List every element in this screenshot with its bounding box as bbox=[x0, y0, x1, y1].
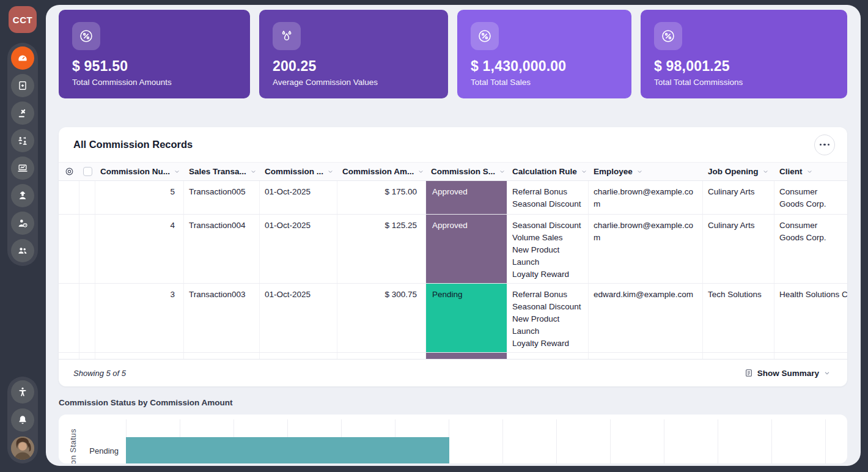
chart-gridline bbox=[664, 419, 664, 463]
table-row[interactable]: 5Transaction00501-Oct-2025$ 175.00Approv… bbox=[59, 181, 847, 215]
column-header[interactable]: Commission S... bbox=[426, 167, 507, 176]
column-header[interactable]: Commission ... bbox=[260, 167, 337, 176]
sidebar-item-presentation[interactable] bbox=[11, 157, 34, 180]
dashboard-icon bbox=[17, 52, 29, 64]
people-icon bbox=[17, 245, 29, 257]
records-card: All Commission Records Commission Nu...S… bbox=[59, 127, 847, 386]
sidebar-nav-top bbox=[7, 43, 38, 266]
chart-card: Commission Status Pending bbox=[59, 415, 847, 463]
cell-calculation-rule bbox=[507, 353, 589, 359]
main-panel: $ 951.50Total Commission Amounts200.25Av… bbox=[46, 5, 861, 466]
droplets-icon bbox=[279, 29, 294, 43]
cell-commission-amount: $ 125.25 bbox=[337, 215, 426, 283]
stat-card-icon-tile bbox=[654, 22, 682, 50]
calculation-rule-item: New Product Launch bbox=[512, 313, 583, 337]
records-header: All Commission Records bbox=[59, 127, 847, 163]
chevron-down-icon bbox=[249, 168, 257, 175]
chart-gridline bbox=[610, 419, 611, 463]
chart-gridline bbox=[718, 419, 718, 463]
cell-sales-transaction bbox=[184, 353, 260, 359]
app-logo[interactable]: CCT bbox=[9, 6, 37, 33]
stat-cards-row: $ 951.50Total Commission Amounts200.25Av… bbox=[59, 10, 847, 98]
sidebar-item-auctions[interactable] bbox=[11, 101, 34, 125]
records-title: All Commission Records bbox=[73, 139, 193, 150]
sidebar-item-person-schedule[interactable] bbox=[11, 212, 34, 235]
cell-job-opening: Tech Solutions bbox=[703, 284, 774, 352]
sidebar-item-agent[interactable] bbox=[11, 184, 34, 207]
chevron-down-icon bbox=[636, 168, 644, 175]
column-header-label: Job Opening bbox=[708, 167, 759, 176]
chevron-down-icon bbox=[580, 168, 588, 175]
cell-calculation-rule: Referral BonusSeasonal Discount bbox=[507, 181, 589, 214]
column-header-label: Employee bbox=[594, 167, 633, 176]
cell-calculation-rule: Referral BonusSeasonal DiscountNew Produ… bbox=[507, 284, 589, 352]
column-header[interactable]: Client bbox=[774, 167, 847, 176]
column-header-label: Commission Nu... bbox=[100, 167, 170, 176]
table-row[interactable] bbox=[59, 353, 847, 359]
cell-client: Consumer Goods Corp. bbox=[774, 215, 847, 283]
column-header[interactable]: Sales Transa... bbox=[184, 167, 260, 176]
column-header[interactable]: Job Opening bbox=[703, 167, 774, 176]
show-summary-button[interactable]: Show Summary bbox=[740, 367, 835, 378]
cell-job-opening: Culinary Arts bbox=[703, 215, 774, 283]
calculation-rule-item: Referral Bonus bbox=[512, 289, 583, 301]
column-header[interactable]: Employee bbox=[589, 167, 703, 176]
column-header[interactable]: Commission Am... bbox=[337, 167, 426, 176]
select-all-cell bbox=[79, 163, 95, 180]
sidebar-item-profile[interactable] bbox=[11, 437, 34, 460]
stat-card-value: $ 951.50 bbox=[72, 58, 237, 75]
sidebar-item-dashboard[interactable] bbox=[11, 46, 34, 70]
stat-card-label: Average Commission Values bbox=[273, 78, 435, 87]
cell-commission-date bbox=[260, 353, 337, 359]
stat-card-icon-tile bbox=[273, 22, 301, 50]
sidebar-item-notifications[interactable] bbox=[11, 408, 34, 432]
percent-circle-icon bbox=[79, 29, 94, 43]
row-target-cell bbox=[59, 284, 79, 352]
table-row[interactable]: 3Transaction00301-Oct-2025$ 300.75Pendin… bbox=[59, 284, 847, 353]
stat-card-value: $ 1,430,000.00 bbox=[471, 58, 618, 75]
cell-job-opening: Culinary Arts bbox=[703, 181, 774, 214]
chart-bar-pending[interactable] bbox=[126, 437, 449, 463]
chart-y-axis-label: Commission Status bbox=[68, 429, 78, 463]
cell-client: Consumer Goods Corp. bbox=[774, 181, 847, 214]
column-header[interactable]: Calculation Rule bbox=[507, 167, 589, 176]
table-row[interactable]: 4Transaction00401-Oct-2025$ 125.25Approv… bbox=[59, 215, 847, 284]
agent-icon bbox=[17, 190, 29, 202]
sidebar-item-people-swap[interactable] bbox=[11, 129, 34, 152]
percent-circle-icon bbox=[661, 29, 675, 43]
cell-employee: charlie.brown@example.com bbox=[589, 215, 703, 283]
clipboard-plus-icon bbox=[17, 79, 29, 92]
select-all-checkbox[interactable] bbox=[83, 167, 92, 176]
gavel-icon bbox=[17, 107, 29, 119]
more-options-button[interactable] bbox=[814, 135, 835, 155]
cell-job-opening bbox=[703, 353, 774, 359]
cell-client: Health Solutions C bbox=[774, 284, 847, 352]
sidebar-nav-bottom bbox=[7, 377, 38, 463]
cell-commission-number: 3 bbox=[95, 284, 184, 352]
percent-circle-icon bbox=[477, 29, 492, 43]
stat-card-value: 200.25 bbox=[273, 58, 435, 75]
show-summary-label: Show Summary bbox=[757, 369, 819, 378]
cell-commission-status: Pending bbox=[426, 284, 507, 352]
target-icon bbox=[64, 166, 75, 177]
chevron-down-icon bbox=[417, 168, 425, 175]
column-header[interactable]: Commission Nu... bbox=[95, 167, 184, 176]
row-select-cell bbox=[79, 181, 95, 214]
chart-gridline bbox=[771, 419, 772, 463]
cell-commission-date: 01-Oct-2025 bbox=[260, 284, 337, 352]
sidebar-item-accessibility[interactable] bbox=[11, 380, 34, 404]
chart-gridline bbox=[556, 419, 557, 463]
sidebar-item-records[interactable] bbox=[11, 74, 34, 97]
calculation-rule-item: Seasonal Discount bbox=[512, 301, 583, 313]
sidebar: CCT bbox=[0, 0, 46, 472]
calculation-rule-item: Seasonal Discount bbox=[512, 198, 583, 210]
person-clock-icon bbox=[17, 217, 29, 229]
showing-count: Showing 5 of 5 bbox=[73, 369, 126, 378]
calculation-rule-item: Referral Bonus bbox=[512, 186, 583, 198]
row-target-cell bbox=[59, 353, 79, 359]
stat-card: 200.25Average Commission Values bbox=[259, 10, 448, 98]
sidebar-item-people[interactable] bbox=[11, 239, 34, 262]
stat-card-label: Total Commission Amounts bbox=[72, 78, 237, 87]
cell-sales-transaction: Transaction004 bbox=[184, 215, 260, 283]
cell-employee: edward.kim@example.com bbox=[589, 284, 703, 352]
